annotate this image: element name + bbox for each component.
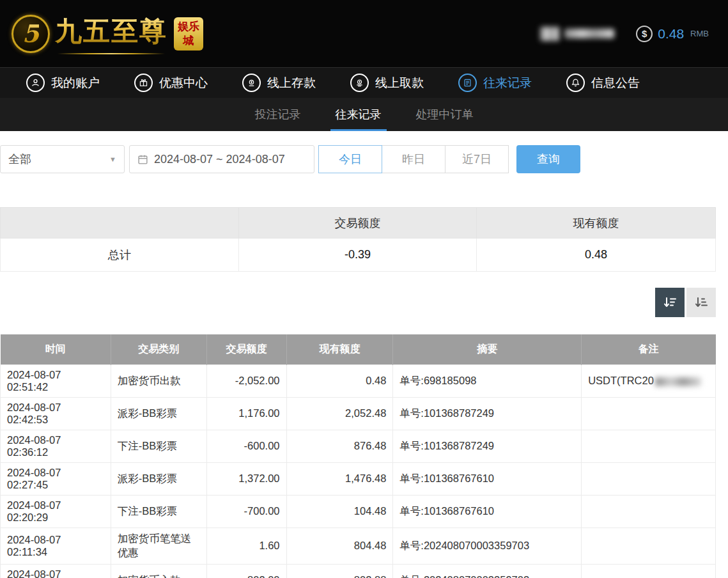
nav-item-promotions[interactable]: 优惠中心 bbox=[117, 68, 225, 98]
tab-processing-orders[interactable]: 处理中订单 bbox=[406, 98, 484, 131]
table-row: 2024-08-07 02:20:29 下注-BB彩票 -700.00 104.… bbox=[1, 495, 716, 527]
nav-label: 我的账户 bbox=[51, 75, 100, 91]
today-button[interactable]: 今日 bbox=[318, 145, 382, 173]
cell-balance: 0.48 bbox=[286, 364, 393, 397]
search-button[interactable]: 查询 bbox=[516, 145, 580, 173]
cell-remark bbox=[582, 430, 716, 462]
logo-badge: 娱乐城 bbox=[174, 17, 203, 51]
main-nav: 我的账户 优惠中心 线上存款 线上取款 bbox=[0, 67, 728, 98]
cell-time: 2024-08-07 02:20:29 bbox=[1, 495, 111, 527]
cell-remark bbox=[582, 462, 716, 495]
summary-header-balance: 现有额度 bbox=[477, 208, 716, 238]
cell-time: 2024-08-07 02:27:45 bbox=[1, 462, 111, 495]
date-range-input[interactable]: 2024-08-07 ~ 2024-08-07 bbox=[129, 145, 314, 173]
cell-amount: 1.60 bbox=[206, 527, 286, 564]
nav-item-withdraw[interactable]: 线上取款 bbox=[333, 68, 441, 98]
nav-label: 线上存款 bbox=[267, 75, 316, 91]
nav-label: 线上取款 bbox=[375, 75, 424, 91]
cell-time: 2024-08-07 02:42:53 bbox=[1, 397, 111, 430]
cell-summary: 单号:101368767610 bbox=[393, 462, 582, 495]
cell-type: 派彩-BB彩票 bbox=[111, 462, 206, 495]
type-select[interactable]: 全部 ▼ bbox=[0, 145, 125, 173]
site-logo[interactable]: 5 九五至尊 娱乐城 bbox=[12, 13, 203, 54]
nav-item-records[interactable]: 往来记录 bbox=[441, 68, 549, 98]
cell-balance: 802.88 bbox=[286, 564, 393, 578]
cell-balance: 1,476.48 bbox=[286, 462, 393, 495]
record-tabs: 投注记录 往来记录 处理中订单 bbox=[0, 98, 728, 131]
logo-emblem-icon: 5 bbox=[12, 15, 50, 53]
nav-item-deposit[interactable]: 线上存款 bbox=[225, 68, 333, 98]
chevron-down-icon: ▼ bbox=[109, 155, 116, 163]
user-icon bbox=[26, 74, 45, 92]
records-icon bbox=[458, 74, 477, 92]
filter-bar: 全部 ▼ 2024-08-07 ~ 2024-08-07 今日 昨日 近7日 查… bbox=[0, 131, 728, 188]
table-row: 2024-08-07 02:11:34 加密货币入款 802.00 802.88… bbox=[1, 564, 716, 578]
sort-desc-button[interactable] bbox=[655, 288, 685, 317]
cell-time: 2024-08-07 02:51:42 bbox=[1, 364, 111, 397]
summary-row: 总计 -0.39 0.48 bbox=[1, 238, 716, 272]
sort-controls bbox=[0, 288, 716, 317]
nav-label: 优惠中心 bbox=[159, 75, 208, 91]
cell-balance: 876.48 bbox=[286, 430, 393, 462]
cell-summary: 单号:698185098 bbox=[393, 364, 582, 397]
tab-betting-records[interactable]: 投注记录 bbox=[245, 98, 311, 131]
user-account[interactable] bbox=[540, 27, 614, 41]
cell-summary: 单号:202408070003359703 bbox=[393, 527, 582, 564]
remark-masked-text bbox=[655, 377, 701, 386]
nav-item-announcements[interactable]: 信息公告 bbox=[549, 68, 657, 98]
cell-type: 加密货币入款 bbox=[111, 564, 206, 578]
quick-range-group: 今日 昨日 近7日 bbox=[319, 145, 509, 173]
sort-desc-icon bbox=[662, 295, 678, 310]
summary-header-empty bbox=[1, 208, 239, 238]
balance-amount: 0.48 bbox=[658, 26, 684, 42]
calendar-icon bbox=[137, 154, 148, 165]
withdraw-icon bbox=[350, 74, 369, 92]
summary-balance-total: 0.48 bbox=[477, 238, 716, 272]
cell-summary: 单号:101368787249 bbox=[393, 397, 582, 430]
cell-balance: 104.48 bbox=[286, 495, 393, 527]
bell-icon bbox=[566, 74, 585, 92]
cell-summary: 单号:101368787249 bbox=[393, 430, 582, 462]
table-row: 2024-08-07 02:42:53 派彩-BB彩票 1,176.00 2,0… bbox=[1, 397, 716, 430]
records-table: 时间 交易类别 交易额度 现有额度 摘要 备注 2024-08-07 02:51… bbox=[0, 334, 716, 578]
tab-transaction-records[interactable]: 往来记录 bbox=[325, 98, 392, 131]
cell-remark bbox=[582, 527, 716, 564]
username-masked bbox=[564, 29, 614, 38]
header-summary: 摘要 bbox=[393, 334, 582, 364]
cell-remark: USDT(TRC20 bbox=[582, 364, 716, 397]
cell-amount: 802.00 bbox=[206, 564, 286, 578]
cell-remark bbox=[582, 564, 716, 578]
logo-text: 九五至尊 bbox=[55, 13, 167, 49]
top-header: 5 九五至尊 娱乐城 $ 0.48 RMB bbox=[0, 0, 728, 67]
nav-label: 往来记录 bbox=[483, 75, 532, 91]
cell-type: 下注-BB彩票 bbox=[111, 495, 206, 527]
cell-remark bbox=[582, 495, 716, 527]
gift-icon bbox=[134, 74, 153, 92]
cell-type: 加密货币出款 bbox=[111, 364, 206, 397]
sort-asc-button[interactable] bbox=[686, 288, 716, 317]
cell-time: 2024-08-07 02:11:34 bbox=[1, 564, 111, 578]
nav-label: 信息公告 bbox=[591, 75, 640, 91]
header-type: 交易类别 bbox=[111, 334, 206, 364]
cell-type: 派彩-BB彩票 bbox=[111, 397, 206, 430]
cell-summary: 单号:202408070003359703 bbox=[393, 564, 582, 578]
table-row: 2024-08-07 02:51:42 加密货币出款 -2,052.00 0.4… bbox=[1, 364, 716, 397]
sort-asc-icon bbox=[693, 295, 709, 310]
cell-amount: 1,372.00 bbox=[206, 462, 286, 495]
type-select-value: 全部 bbox=[8, 152, 31, 167]
date-range-value: 2024-08-07 ~ 2024-08-07 bbox=[154, 153, 285, 166]
yesterday-button[interactable]: 昨日 bbox=[382, 145, 445, 173]
cell-type: 下注-BB彩票 bbox=[111, 430, 206, 462]
nav-item-my-account[interactable]: 我的账户 bbox=[9, 68, 117, 98]
deposit-icon bbox=[242, 74, 261, 92]
header-time: 时间 bbox=[1, 334, 111, 364]
avatar bbox=[540, 27, 559, 41]
cell-time: 2024-08-07 02:11:34 bbox=[1, 527, 111, 564]
cell-time: 2024-08-07 02:36:12 bbox=[1, 430, 111, 462]
last7days-button[interactable]: 近7日 bbox=[445, 145, 509, 173]
balance-display[interactable]: $ 0.48 RMB bbox=[636, 26, 709, 42]
cell-balance: 804.48 bbox=[286, 527, 393, 564]
summary-header-transaction: 交易额度 bbox=[239, 208, 477, 238]
header-balance: 现有额度 bbox=[286, 334, 393, 364]
summary-transaction-total: -0.39 bbox=[239, 238, 477, 272]
